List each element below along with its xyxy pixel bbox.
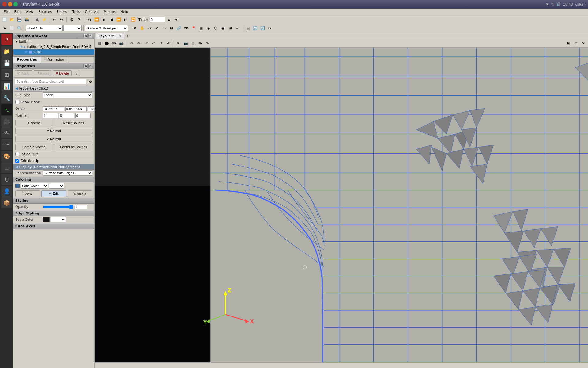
- menu-sources[interactable]: Sources: [36, 9, 55, 14]
- pipeline-close-btn[interactable]: ✕: [88, 34, 92, 38]
- reset-camera-btn[interactable]: ⊡: [168, 25, 175, 32]
- normal-z-input[interactable]: [75, 113, 91, 118]
- vp-win-full-btn[interactable]: □: [573, 40, 579, 47]
- help-prop-button[interactable]: ?: [73, 71, 80, 76]
- open-file-btn[interactable]: 📂: [9, 16, 15, 23]
- clip-type-value[interactable]: Plane: [43, 92, 92, 98]
- pipeline-item-clip1[interactable]: 👁 ■ Clip1: [13, 49, 94, 55]
- camera-link-btn[interactable]: 🔗: [175, 25, 182, 32]
- zoom-btn[interactable]: 🔍: [16, 25, 23, 32]
- menu-file[interactable]: File: [1, 9, 12, 14]
- reset-bounds-button[interactable]: Reset Bounds: [55, 120, 92, 126]
- colormap-select[interactable]: [63, 25, 82, 31]
- crinkle-clip-checkbox[interactable]: [15, 159, 19, 163]
- opacity-slider[interactable]: [43, 205, 74, 209]
- reset-button[interactable]: ↺ Reset: [34, 70, 52, 76]
- settings-btn[interactable]: ⚙: [68, 16, 75, 23]
- props-close-btn[interactable]: ✕: [88, 64, 92, 68]
- time-input[interactable]: 0: [150, 17, 165, 22]
- layout-hsplit-btn[interactable]: ⬤: [103, 40, 110, 47]
- coloring-select[interactable]: Solid Color: [26, 25, 63, 31]
- zoom-to-data-btn[interactable]: ⤢: [153, 25, 160, 32]
- origin-z-input[interactable]: [88, 106, 94, 111]
- sidebar-icon-grid[interactable]: ⊞: [1, 69, 12, 80]
- redo-btn[interactable]: ↪: [58, 16, 65, 23]
- new-file-btn[interactable]: 📄: [1, 16, 8, 23]
- vp-pick-btn[interactable]: ⊕: [197, 40, 204, 47]
- minimize-button[interactable]: [8, 2, 12, 6]
- sidebar-icon-box[interactable]: 📦: [1, 197, 12, 208]
- pipeline-eye-icon[interactable]: 👁: [20, 45, 23, 49]
- time-next-btn[interactable]: ▼: [173, 16, 180, 23]
- sidebar-icon-paraview[interactable]: P: [1, 34, 12, 45]
- representation-value[interactable]: Surface With Edges: [43, 170, 92, 176]
- vp-orient-neg-y-btn[interactable]: -Y: [150, 40, 157, 47]
- rescale-button[interactable]: Rescale: [68, 190, 92, 197]
- tab-information[interactable]: Information: [41, 57, 68, 63]
- solid-color-select[interactable]: Solid Color: [21, 183, 48, 189]
- render-btn[interactable]: 🔄: [252, 25, 258, 32]
- connect-btn[interactable]: 🔌: [33, 16, 40, 23]
- sidebar-icon-save[interactable]: 💾: [1, 57, 12, 68]
- loop-btn[interactable]: 🔁: [130, 16, 137, 23]
- last-frame-btn[interactable]: ⏭: [123, 16, 129, 23]
- menu-view[interactable]: View: [23, 9, 36, 14]
- show-colorbar-button[interactable]: Show: [15, 190, 40, 197]
- sidebar-icon-wave[interactable]: 〜: [1, 139, 12, 150]
- color-map-select[interactable]: [49, 183, 64, 189]
- menu-help[interactable]: Help: [118, 9, 131, 14]
- vp-orient-neg-x-btn[interactable]: -X: [135, 40, 142, 47]
- zoom-to-box-btn[interactable]: ▭: [161, 25, 168, 32]
- pipeline-header-btns[interactable]: ⎙ ✕: [83, 34, 92, 38]
- 3d-btn[interactable]: 3D: [111, 40, 117, 47]
- help-btn[interactable]: ?: [76, 16, 82, 23]
- sidebar-icon-camera[interactable]: 🎥: [1, 116, 12, 127]
- show-plane-checkbox[interactable]: [15, 100, 19, 104]
- vp-orient-z-btn[interactable]: +Z: [157, 40, 164, 47]
- sidebar-icon-layers[interactable]: ≡: [1, 162, 12, 173]
- close-button[interactable]: [2, 2, 7, 6]
- y-normal-button[interactable]: Y Normal: [15, 128, 92, 134]
- interact-btn[interactable]: 🖱: [1, 25, 8, 32]
- edit-colormap-button[interactable]: ✏ Edit: [41, 190, 66, 197]
- layout-tab-add-btn[interactable]: +: [124, 33, 131, 39]
- representation-select[interactable]: Surface With Edges: [85, 25, 128, 31]
- sidebar-icon-files[interactable]: 📁: [1, 46, 12, 57]
- rotate-btn[interactable]: ↻: [146, 25, 153, 32]
- vp-annotate-btn[interactable]: ✎: [204, 40, 211, 47]
- select-pts2-btn[interactable]: ◉: [220, 25, 226, 32]
- rubber-band-btn[interactable]: ⬜: [9, 25, 15, 32]
- origin-y-input[interactable]: [65, 106, 87, 111]
- props-undock-btn[interactable]: ⎙: [83, 64, 88, 68]
- disconnect-btn[interactable]: ⚡: [41, 16, 47, 23]
- render3-btn[interactable]: ⟳: [266, 25, 273, 32]
- vp-interact-btn[interactable]: 🖱: [175, 40, 182, 47]
- edge-color-select[interactable]: [51, 217, 66, 222]
- sidebar-icon-tools[interactable]: 🔧: [1, 92, 12, 103]
- representation-select2[interactable]: Surface With Edges: [43, 170, 92, 176]
- layout-tab-close-icon[interactable]: ✕: [119, 34, 121, 38]
- vp-orient-y-btn[interactable]: +Y: [143, 40, 149, 47]
- layout-tab-1[interactable]: Layout #1 ✕: [96, 33, 124, 39]
- sidebar-icon-terminal[interactable]: >_: [1, 104, 12, 115]
- next-frame-btn[interactable]: ⏩: [115, 16, 122, 23]
- tab-properties[interactable]: Properties: [13, 57, 41, 63]
- origin-x-input[interactable]: [43, 106, 64, 111]
- center-on-bounds-button[interactable]: Center on Bounds: [55, 144, 92, 150]
- vp-camera-btn[interactable]: 📷: [182, 40, 189, 47]
- 3d-viewport[interactable]: Z X Y: [95, 48, 588, 362]
- vp-win-close-btn[interactable]: ✕: [580, 40, 587, 47]
- select-all-btn[interactable]: ⊞: [227, 25, 234, 32]
- normal-x-input[interactable]: [43, 113, 58, 118]
- solid-color-swatch[interactable]: [15, 184, 20, 188]
- pipeline-undock-btn[interactable]: ⎙: [83, 34, 88, 38]
- layout-grid-btn[interactable]: ▦: [96, 40, 103, 47]
- edge-color-button[interactable]: [43, 217, 50, 222]
- delete-button[interactable]: ✕ Delete: [53, 70, 72, 76]
- maximize-button[interactable]: [13, 2, 18, 6]
- play-reverse-btn[interactable]: ◀: [108, 16, 115, 23]
- vp-orient-neg-z-btn[interactable]: -Z: [165, 40, 172, 47]
- capture-btn[interactable]: 📷: [118, 40, 125, 47]
- z-normal-button[interactable]: Z Normal: [15, 136, 92, 142]
- search-settings-btn[interactable]: ⚙: [88, 79, 93, 84]
